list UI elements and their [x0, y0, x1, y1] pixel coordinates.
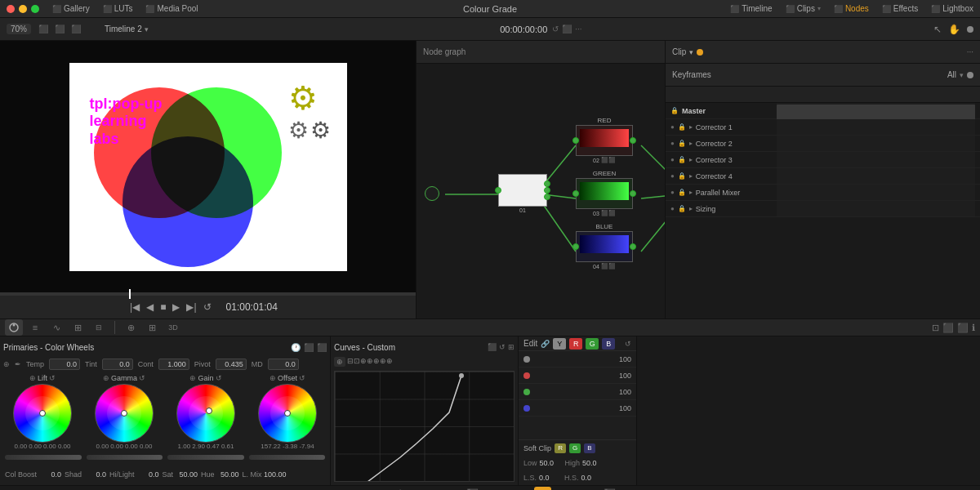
- curves-expand-icon[interactable]: ⊞: [508, 343, 514, 351]
- curves-canvas[interactable]: [334, 371, 514, 482]
- minimize-button[interactable]: [19, 5, 27, 13]
- shad-value[interactable]: 0.0: [83, 470, 106, 479]
- preview-scrubber[interactable]: [0, 292, 416, 296]
- tab-hsl[interactable]: ⊞: [69, 319, 87, 336]
- node-input[interactable]: [425, 186, 439, 201]
- cw-clock-icon[interactable]: 🕐: [291, 343, 301, 352]
- edit-reset-icon[interactable]: ↺: [625, 340, 631, 348]
- stop-button[interactable]: ■: [160, 301, 166, 313]
- effects-button[interactable]: ⬛ Effects: [882, 4, 918, 13]
- zoom-control[interactable]: 70%: [7, 24, 31, 34]
- hand-icon[interactable]: ✋: [948, 24, 960, 35]
- gamma-reset-icon[interactable]: ↺: [139, 374, 145, 382]
- clips-button[interactable]: ⬛ Clips ▾: [786, 4, 821, 13]
- nav-media-item[interactable]: ⬡: [390, 486, 410, 490]
- tab-3d[interactable]: 3D: [164, 319, 182, 336]
- sc-g-btn[interactable]: G: [569, 443, 581, 453]
- histogram-icon[interactable]: ⬛: [942, 323, 954, 333]
- kf-c3-expand[interactable]: ▸: [689, 156, 693, 163]
- tab-color-warper[interactable]: ⊟: [90, 319, 108, 336]
- node-01[interactable]: 01: [498, 174, 547, 213]
- nav-edit-item[interactable]: ⬛: [461, 487, 483, 490]
- nodes-button[interactable]: ⬛ Nodes: [834, 4, 869, 13]
- nav-fusion-item[interactable]: ✦: [500, 487, 518, 490]
- sc-low-val[interactable]: 50.0: [540, 459, 563, 467]
- wheel-gamma-circle[interactable]: [95, 384, 154, 443]
- view-icon[interactable]: ⬛: [38, 24, 49, 35]
- luts-button[interactable]: ⬛ LUTs: [103, 4, 133, 13]
- channel-y-btn[interactable]: Y: [553, 338, 566, 350]
- channel-r-btn[interactable]: R: [569, 338, 582, 350]
- hue-value[interactable]: 50.00: [216, 470, 239, 479]
- slider-lift[interactable]: [5, 455, 82, 460]
- tab-curves[interactable]: ∿: [47, 319, 65, 336]
- nav-deliver-item[interactable]: ⬛: [599, 487, 621, 490]
- timeline-button[interactable]: ⬛ Timeline: [730, 4, 772, 13]
- close-button[interactable]: [7, 5, 15, 13]
- view2-icon[interactable]: ⬛: [54, 24, 65, 35]
- param-tint[interactable]: 0.0: [102, 359, 133, 370]
- slider-gain[interactable]: [167, 455, 244, 460]
- param-md[interactable]: 0.0: [268, 359, 299, 370]
- lift-add-icon[interactable]: ⊕: [29, 374, 36, 382]
- lightbox-button[interactable]: ⬛ Lightbox: [931, 4, 973, 13]
- timecode-reset-icon[interactable]: ↺: [552, 24, 559, 33]
- curves-zoom-icon[interactable]: ⊕: [334, 357, 345, 367]
- kf-track-corrector-3[interactable]: ● 🔒 ▸ Corrector 3: [666, 152, 980, 168]
- kf-c4-expand[interactable]: ▸: [689, 172, 693, 180]
- nav-fairlight-item[interactable]: ♪: [568, 487, 582, 490]
- offset-reset-icon[interactable]: ↺: [299, 374, 305, 382]
- node-03[interactable]: GREEN 03 ⬛⬛: [576, 170, 633, 216]
- node-02[interactable]: RED 02 ⬛⬛: [576, 117, 633, 163]
- kf-sz-expand[interactable]: ▸: [689, 205, 693, 212]
- nav-cut-item[interactable]: ✂: [426, 487, 445, 490]
- timecode-more-icon[interactable]: ···: [575, 24, 581, 33]
- wheel-lift-circle[interactable]: [13, 384, 72, 443]
- media-pool-button[interactable]: ⬛ Media Pool: [145, 4, 198, 13]
- gain-add-icon[interactable]: ⊕: [189, 374, 196, 382]
- kf-track-master[interactable]: 🔒 Master: [666, 103, 980, 119]
- gallery-icon2[interactable]: ⬛: [957, 323, 969, 333]
- node-04[interactable]: BLUE 04 ⬛⬛: [576, 223, 633, 270]
- kf-track-parallel-mixer[interactable]: ● 🔒 ▸ Parallel Mixer: [666, 185, 980, 201]
- channel-g-btn[interactable]: G: [586, 338, 599, 350]
- cursor-icon[interactable]: ↖: [933, 24, 942, 35]
- sc-high-val[interactable]: 50.0: [582, 459, 605, 467]
- gain-reset-icon[interactable]: ↺: [216, 374, 222, 382]
- param-cont[interactable]: 1.000: [158, 359, 189, 370]
- kf-pm-expand[interactable]: ▸: [689, 189, 693, 196]
- offset-add-icon[interactable]: ⊕: [270, 374, 276, 382]
- scope-icon[interactable]: ⊡: [932, 323, 939, 333]
- kf-c1-expand[interactable]: ▸: [689, 123, 693, 131]
- clip-dropdown-icon[interactable]: ▾: [689, 48, 693, 56]
- cw-more-icon[interactable]: ⬛: [317, 343, 327, 352]
- play-button[interactable]: ▶: [172, 301, 180, 313]
- step-back-button[interactable]: ◀: [146, 301, 154, 313]
- gamma-add-icon[interactable]: ⊕: [103, 374, 109, 382]
- info-icon[interactable]: ℹ: [972, 323, 975, 333]
- cw-bars-icon[interactable]: ⬛: [304, 343, 314, 352]
- sc-ls-val[interactable]: 0.0: [539, 474, 562, 482]
- gallery-button[interactable]: ⬛ Gallery: [52, 4, 90, 13]
- go-end-button[interactable]: ▶|: [186, 301, 196, 313]
- cw-mode-icon[interactable]: ⊕: [3, 360, 10, 368]
- sc-r-btn[interactable]: R: [555, 443, 566, 453]
- nav-color-item[interactable]: ◈: [534, 487, 551, 490]
- tab-resize[interactable]: ⊞: [143, 319, 161, 336]
- kf-track-corrector-4[interactable]: ● 🔒 ▸ Corrector 4: [666, 168, 980, 185]
- param-temp[interactable]: 0.0: [49, 359, 80, 370]
- slider-gamma[interactable]: [87, 455, 163, 460]
- node-graph-canvas[interactable]: 01 RED 02 ⬛⬛ GREE: [416, 64, 665, 318]
- tab-bars[interactable]: ≡: [26, 319, 44, 336]
- clip-panel-more-icon[interactable]: ···: [967, 47, 973, 56]
- edit-link-icon[interactable]: 🔗: [541, 340, 550, 348]
- hilight-value[interactable]: 0.0: [136, 470, 159, 479]
- kf-track-sizing[interactable]: ● 🔒 ▸ Sizing: [666, 201, 980, 217]
- kf-track-corrector-1[interactable]: ● 🔒 ▸ Corrector 1: [666, 119, 980, 136]
- maximize-button[interactable]: [31, 5, 39, 13]
- slider-offset[interactable]: [249, 455, 326, 460]
- timecode-expand-icon[interactable]: ⬛: [562, 24, 572, 33]
- curves-reset-icon[interactable]: ↺: [499, 343, 506, 351]
- tab-motion-effects[interactable]: ⊕: [122, 319, 140, 336]
- channel-b-btn[interactable]: B: [602, 338, 615, 350]
